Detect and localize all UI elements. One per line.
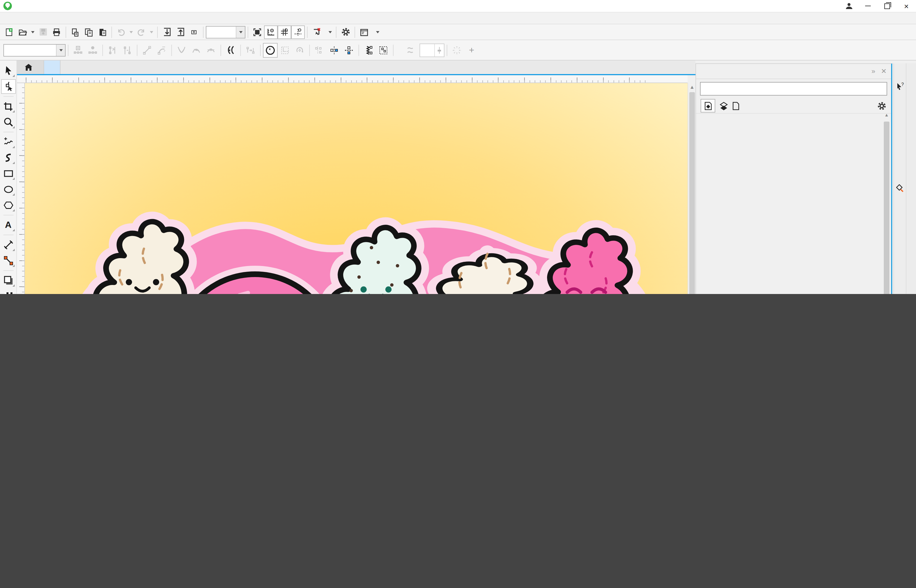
snap-off-icon[interactable] [310, 25, 323, 39]
curve-smoothness-icon[interactable] [405, 43, 420, 57]
new-tab-button[interactable] [60, 60, 75, 74]
add-tool-plus-icon[interactable]: + [464, 43, 479, 57]
docker-vertical-scrollbar[interactable]: ▲ ▼ [883, 110, 890, 294]
open-button[interactable] [16, 25, 29, 39]
canvas-vertical-scrollbar[interactable]: ▲ ▼ [688, 83, 695, 294]
join-nodes-icon[interactable] [120, 43, 134, 57]
docker-collapse-icon[interactable]: » [872, 67, 875, 75]
document-tab-bar [17, 60, 695, 75]
account-icon[interactable] [845, 2, 853, 10]
redo-dropdown[interactable] [150, 31, 153, 33]
launcher-icon[interactable] [357, 25, 371, 39]
transparency-tool[interactable] [1, 289, 16, 294]
copy-button[interactable] [82, 25, 95, 39]
convert-to-curve-icon[interactable] [154, 43, 169, 57]
selection-mode-combo[interactable] [3, 44, 66, 56]
ellipse-tool[interactable] [1, 182, 16, 197]
snap-to-dropdown[interactable] [328, 31, 332, 33]
show-guidelines-button[interactable] [291, 25, 305, 39]
docker-tab-proprietes[interactable] [894, 181, 906, 254]
break-curve-icon[interactable] [105, 43, 120, 57]
node-tracing-icon[interactable] [449, 43, 464, 57]
reflect-nodes-v-icon[interactable] [341, 43, 356, 57]
docker-close-icon[interactable]: ✕ [881, 67, 887, 75]
docker-settings-gear-icon[interactable] [877, 101, 887, 110]
polygon-tool[interactable] [1, 198, 16, 213]
hints-icon: ? [896, 82, 904, 90]
new-document-button[interactable] [2, 25, 16, 39]
freehand-tool[interactable] [1, 134, 16, 149]
stretch-nodes-icon[interactable] [278, 43, 292, 57]
menu-bar [0, 13, 916, 24]
dimension-tool[interactable] [1, 237, 16, 252]
search-input[interactable] [701, 86, 887, 92]
tab-home[interactable] [17, 60, 44, 74]
toolbox: A + [0, 60, 17, 294]
restore-button[interactable] [877, 0, 897, 12]
cut-button[interactable] [68, 25, 82, 39]
paste-button[interactable] [95, 25, 109, 39]
horizontal-ruler[interactable] [17, 75, 688, 83]
zoom-tool[interactable] [1, 115, 16, 129]
redo-button[interactable] [134, 25, 148, 39]
view-layers-icon[interactable] [719, 102, 728, 110]
drawing-canvas[interactable] [25, 83, 688, 294]
properties-icon [896, 184, 904, 192]
pick-tool[interactable] [1, 63, 16, 78]
crop-tool[interactable] [1, 99, 16, 114]
add-node-icon[interactable] [71, 43, 86, 57]
app-logo-icon [3, 2, 12, 10]
rectangle-tool[interactable] [1, 166, 16, 181]
undo-dropdown[interactable] [129, 31, 133, 33]
print-button[interactable] [50, 25, 63, 39]
text-tool[interactable]: A [1, 218, 16, 233]
cusp-node-icon[interactable] [174, 43, 189, 57]
shadow-tool[interactable] [1, 273, 16, 288]
coreldraw-window: × [0, 0, 916, 294]
select-all-nodes-icon[interactable] [376, 43, 391, 57]
symmetrical-node-icon[interactable] [204, 43, 218, 57]
options-gear-icon[interactable] [339, 25, 352, 39]
tab-document[interactable] [44, 60, 60, 74]
undo-button[interactable] [114, 25, 128, 39]
reverse-direction-icon[interactable] [223, 43, 238, 57]
convert-to-line-icon[interactable] [140, 43, 154, 57]
object-tree [696, 110, 884, 294]
standard-toolbar [0, 24, 916, 40]
shape-tool[interactable] [1, 79, 16, 94]
vertical-ruler[interactable] [17, 83, 25, 294]
minimize-button[interactable] [858, 0, 877, 12]
save-button[interactable] [36, 25, 50, 39]
extend-curve-icon[interactable] [243, 43, 258, 57]
home-icon [25, 64, 32, 71]
close-curve-icon[interactable] [263, 43, 278, 57]
delete-node-icon[interactable] [86, 43, 100, 57]
docker-tab-strip: ? + [893, 63, 906, 294]
show-rulers-button[interactable] [264, 25, 278, 39]
docker-search[interactable] [700, 82, 887, 95]
property-bar: + [0, 40, 916, 60]
canvas-artwork [25, 83, 688, 294]
publish-pdf-button[interactable] [187, 25, 201, 39]
open-dropdown[interactable] [31, 31, 34, 33]
artistic-media-tool[interactable] [1, 150, 16, 165]
import-button[interactable] [160, 25, 174, 39]
rotate-nodes-icon[interactable] [292, 43, 307, 57]
reflect-nodes-h-icon[interactable] [327, 43, 341, 57]
fullscreen-preview-button[interactable] [250, 25, 264, 39]
elastic-mode-icon[interactable] [361, 43, 376, 57]
align-nodes-icon[interactable] [312, 43, 327, 57]
export-button[interactable] [174, 25, 187, 39]
color-palette [906, 63, 916, 294]
connector-tool[interactable] [1, 253, 16, 268]
docker-tab-conseils[interactable]: ? [894, 79, 906, 140]
show-grid-button[interactable] [278, 25, 291, 39]
curve-smoothness-input[interactable] [420, 43, 444, 57]
view-pages-icon[interactable] [732, 102, 740, 110]
launcher-dropdown[interactable] [376, 31, 380, 33]
zoom-level-combo[interactable] [206, 26, 246, 38]
smooth-node-icon[interactable] [189, 43, 204, 57]
objects-docker: » ✕ ▲ ▼ ◄ ► [695, 63, 892, 294]
title-bar: × [0, 0, 916, 13]
close-button[interactable]: × [897, 0, 916, 12]
